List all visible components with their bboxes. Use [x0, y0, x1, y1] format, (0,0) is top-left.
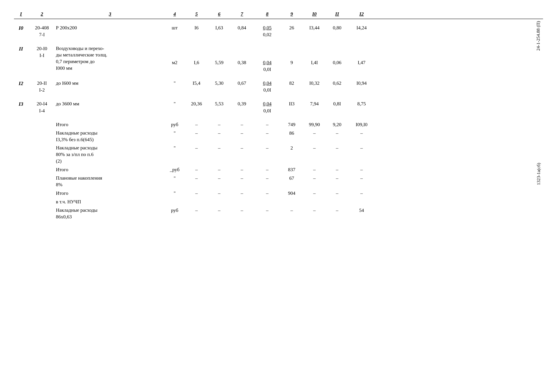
row-unit: _руб [164, 166, 185, 173]
row-c9: 82 [281, 80, 302, 86]
row-c11: – [327, 130, 348, 136]
row-c11: 9,20 [327, 121, 348, 128]
row-c6: – [208, 145, 230, 151]
row-c10: I,4I [302, 45, 327, 66]
row-c7: – [230, 190, 253, 196]
row-c11: – [327, 166, 348, 173]
table-row: Итого руб – – – – 749 99,90 9,20 I09,I0 [14, 121, 543, 128]
row-unit: " [164, 100, 185, 107]
row-c9: 2 [281, 145, 302, 151]
row-unit: " [164, 80, 185, 86]
row-c6: 5,53 [208, 100, 230, 107]
row-c6: – [208, 207, 230, 214]
row-c6: 5,59 [208, 45, 230, 66]
row-c5: – [185, 175, 208, 181]
table-row: Накладные расходы I3,3% без п.6(645) " –… [14, 130, 543, 143]
row-c7: – [230, 121, 253, 128]
table-row: Накладные расходы 80% за з/пл по п.6 (2)… [14, 145, 543, 164]
row-c5: – [185, 166, 208, 173]
row-c12: – [348, 190, 376, 196]
row-c8: – [253, 166, 281, 173]
row-desc: Воздуховоды и перехо- ды металлические т… [56, 45, 164, 72]
row-c5: I6 [185, 24, 208, 31]
row-c12: 8,75 [348, 100, 376, 107]
row-code: 20-I4 I-4 [28, 100, 56, 114]
table-row: II 20-I0 I-I Воздуховоды и перехо- ды ме… [14, 45, 543, 73]
row-c7: – [230, 130, 253, 136]
row-unit: руб [164, 121, 185, 128]
row-c8: – [253, 190, 281, 196]
row-c11: – [327, 190, 348, 196]
table-row: Итого " – – – – 904 – – – [14, 190, 543, 196]
row-c12: I09,I0 [348, 121, 376, 128]
row-c7: 0,84 [230, 24, 253, 31]
row-num: I3 [14, 100, 28, 108]
row-unit: " [164, 175, 185, 181]
row-c5: I,6 [185, 45, 208, 66]
row-c5: I5,4 [185, 80, 208, 86]
row-c10: 7,94 [302, 100, 327, 107]
row-c7: – [230, 166, 253, 173]
row-c10: 99,90 [302, 121, 327, 128]
row-c8: – [253, 175, 281, 181]
row-desc: Накладные расходы 86x0,63 [56, 207, 164, 220]
row-c11: 0,06 [327, 45, 348, 66]
row-unit: руб [164, 207, 185, 214]
row-c10: – [302, 190, 327, 196]
row-c6: 5,30 [208, 80, 230, 86]
page-container: 24-1-254.88 (П) I 2 3 4 5 6 7 8 9 I0 [14, 10, 543, 220]
row-desc: Накладные расходы 80% за з/пл по п.6 (2) [56, 145, 164, 164]
row-c12: 54 [348, 207, 376, 214]
row-unit: " [164, 145, 185, 151]
row-c7: – [230, 207, 253, 214]
row-c12: – [348, 166, 376, 173]
row-desc: в т.ч. НУЧП [56, 198, 164, 205]
row-c9: 9 [281, 45, 302, 66]
row-c12: – [348, 130, 376, 136]
header-col-10: I0 [302, 10, 327, 17]
row-c8: – [253, 121, 281, 128]
row-c9: 26 [281, 24, 302, 31]
row-c9: 904 [281, 190, 302, 196]
row-num: II [14, 45, 28, 52]
header-row: I 2 3 4 5 6 7 8 9 I0 II [14, 10, 543, 19]
row-desc: Итого [56, 121, 164, 128]
row-num: I2 [14, 80, 28, 87]
row-unit: " [164, 130, 185, 136]
header-col-5: 5 [185, 10, 208, 17]
row-c9: – [281, 207, 302, 214]
row-c7: 0,39 [230, 100, 253, 107]
side-label-top: 24-1-254.88 (П) [535, 21, 541, 51]
row-desc: до I600 мм [56, 80, 164, 86]
row-desc: до 3600 мм [56, 100, 164, 107]
row-c7: – [230, 175, 253, 181]
header-col-12: I2 [348, 10, 376, 17]
row-c9: 86 [281, 130, 302, 136]
header-col-1: I [14, 10, 28, 17]
row-c12: I4,24 [348, 24, 376, 31]
side-label-bottom: 1323-1а(сб) [536, 163, 541, 185]
row-code: 20-II I-2 [28, 80, 56, 93]
row-c5: – [185, 190, 208, 196]
table-row: I0 20-408 7-I Р 200x200 шт I6 I,63 0,84 … [14, 24, 543, 38]
row-c12: I,47 [348, 45, 376, 66]
row-c7: 0,67 [230, 80, 253, 86]
row-c6: – [208, 121, 230, 128]
row-c6: – [208, 130, 230, 136]
table-row: Плановые накопления 8% " – – – – 67 – – … [14, 175, 543, 188]
row-unit: м2 [164, 45, 185, 66]
row-c10: – [302, 207, 327, 214]
row-c11: – [327, 145, 348, 151]
table-row: I3 20-I4 I-4 до 3600 мм " 20,36 5,53 0,3… [14, 100, 543, 114]
table-row: Накладные расходы 86x0,63 руб – – – – – … [14, 207, 543, 220]
row-c9: 67 [281, 175, 302, 181]
row-c8: – [253, 130, 281, 136]
table-row: Итого _руб – – – – 837 – – – [14, 166, 543, 173]
row-c11: 0,62 [327, 80, 348, 86]
row-c11: 0,80 [327, 24, 348, 31]
row-desc: Плановые накопления 8% [56, 175, 164, 188]
row-c6: I,63 [208, 24, 230, 31]
row-c8: 0,04 0,0I [253, 45, 281, 73]
row-c5: – [185, 207, 208, 214]
header-col-6: 6 [208, 10, 230, 17]
